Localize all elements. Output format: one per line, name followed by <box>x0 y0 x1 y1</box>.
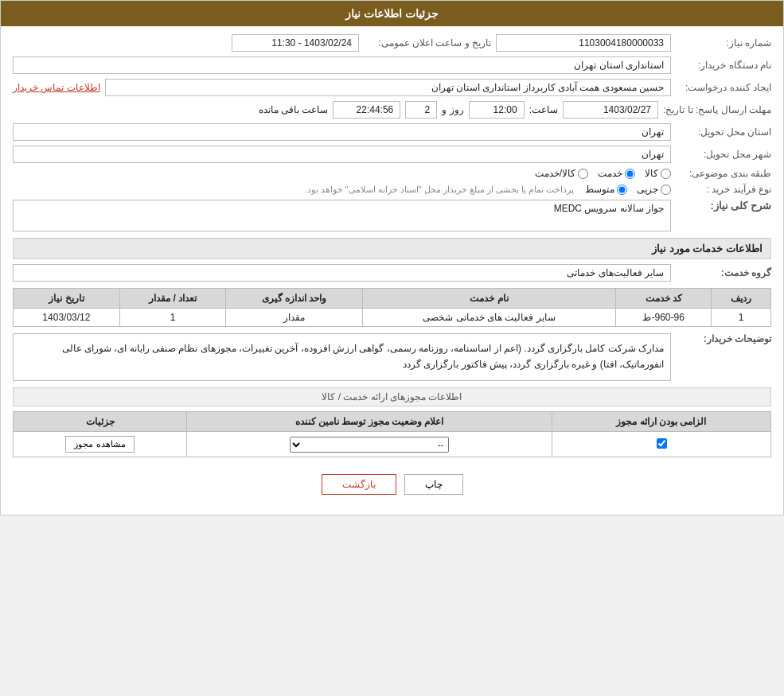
radio-partial: جزیی <box>637 184 671 195</box>
reply-remaining-label: ساعت باقی مانده <box>259 104 329 115</box>
page-wrapper: جزئیات اطلاعات نیاز شماره نیاز: 11030041… <box>0 0 784 515</box>
cell-unit: مقدار <box>226 309 362 327</box>
reply-time-value: 12:00 <box>469 101 525 119</box>
lic-col-details: جزئیات <box>14 412 187 432</box>
radio-medium: متوسط <box>585 184 627 195</box>
delivery-city-row: شهر محل تحویل: تهران <box>13 146 771 163</box>
view-license-button[interactable]: مشاهده مجوز <box>65 436 134 453</box>
radio-goods: کالا <box>645 168 671 179</box>
need-number-value: 1103004180000033 <box>496 34 671 52</box>
purchase-type-label: نوع فرآیند خرید : <box>676 184 771 195</box>
reply-days-value: 2 <box>405 101 437 119</box>
service-group-label: گروه خدمت: <box>676 267 771 278</box>
bottom-buttons: چاپ بازگشت <box>13 462 771 507</box>
cell-code: 960-96-ط <box>615 309 711 327</box>
buyer-org-label: نام دستگاه خریدار: <box>676 60 771 71</box>
radio-goods-label: کالا <box>645 168 658 179</box>
reply-days-label: روز و <box>442 104 463 115</box>
purchase-note: پرداخت تمام یا بخشی از مبلغ خریدار محل "… <box>304 185 574 195</box>
lic-details-cell: مشاهده مجوز <box>14 432 187 457</box>
licenses-section-title: اطلاعات مجوزهای ارائه خدمت / کالا <box>13 387 771 406</box>
page-header: جزئیات اطلاعات نیاز <box>1 1 783 26</box>
cell-row: 1 <box>712 309 771 327</box>
cell-date: 1403/03/12 <box>14 309 120 327</box>
list-item: -- مشاهده مجوز <box>14 432 771 457</box>
col-unit: واحد اندازه گیری <box>226 289 362 309</box>
creator-value: حسین مسعودی همت آبادی کاربرداز استانداری… <box>105 79 671 96</box>
subject-category-row: طبقه بندی موضوعی: کالا خدمت کالا/خدمت <box>13 168 771 179</box>
radio-medium-input[interactable] <box>617 185 627 195</box>
services-section-title: اطلاعات خدمات مورد نیاز <box>13 238 771 259</box>
buyer-org-row: نام دستگاه خریدار: استانداری استان تهران <box>13 56 771 74</box>
radio-goods-service-input[interactable] <box>578 169 588 179</box>
reply-time-label: ساعت: <box>529 104 558 115</box>
radio-partial-input[interactable] <box>661 185 671 195</box>
reply-deadline-row: مهلت ارسال پاسخ: تا تاریخ: 1403/02/27 سا… <box>13 101 771 119</box>
buyer-desc-value: مدارک شرکت کامل بارگزاری گردد. (اعم از ا… <box>13 333 671 381</box>
delivery-province-label: استان محل تحویل: <box>676 126 771 138</box>
radio-service-input[interactable] <box>625 169 635 179</box>
lic-status-select[interactable]: -- <box>290 437 449 453</box>
reply-remaining-value: 22:44:56 <box>333 101 400 119</box>
subject-radio-group: کالا خدمت کالا/خدمت <box>535 168 671 179</box>
license-required-checkbox[interactable] <box>657 438 667 449</box>
radio-service-label: خدمت <box>598 168 622 179</box>
col-row: ردیف <box>712 289 771 309</box>
lic-status-cell: -- <box>187 432 552 457</box>
print-button[interactable]: چاپ <box>404 474 463 495</box>
services-table: ردیف کد خدمت نام خدمت واحد اندازه گیری ت… <box>13 288 771 327</box>
col-code: کد خدمت <box>615 289 711 309</box>
announce-datetime-label: تاریخ و ساعت اعلان عمومی: <box>364 37 491 49</box>
need-description-row: شرح کلی نیاز: جواز سالانه سرویس MEDC <box>13 200 771 231</box>
contact-link[interactable]: اطلاعات تماس خریدار <box>13 82 100 93</box>
cell-name: سایر فعالیت های خدماتی شخصی <box>362 309 615 327</box>
col-date: تاریخ نیاز <box>14 289 120 309</box>
lic-col-status: اعلام وضعیت مجوز توسط نامین کننده <box>187 412 552 432</box>
radio-goods-input[interactable] <box>661 169 671 179</box>
license-table: الزامی بودن ارائه مجوز اعلام وضعیت مجوز … <box>13 411 771 457</box>
need-number-label: شماره نیاز: <box>676 37 771 49</box>
need-number-row: شماره نیاز: 1103004180000033 تاریخ و ساع… <box>13 34 771 52</box>
purchase-radio-group: جزیی متوسط <box>585 184 671 195</box>
delivery-province-row: استان محل تحویل: تهران <box>13 123 771 141</box>
radio-partial-label: جزیی <box>637 184 658 195</box>
buyer-desc-label: توضیحات خریدار: <box>676 333 771 344</box>
radio-goods-service: کالا/خدمت <box>535 168 588 179</box>
radio-goods-service-label: کالا/خدمت <box>535 168 575 179</box>
creator-label: ایجاد کننده درخواست: <box>676 82 771 93</box>
service-group-row: گروه خدمت: سایر فعالیت‌های خدماتی <box>13 264 771 282</box>
lic-col-required: الزامی بودن ارائه مجوز <box>552 412 771 432</box>
reply-date-value: 1403/02/27 <box>563 101 658 119</box>
reply-deadline-label: مهلت ارسال پاسخ: تا تاریخ: <box>663 104 771 115</box>
table-row: 1 960-96-ط سایر فعالیت های خدماتی شخصی م… <box>14 309 771 327</box>
need-description-label: شرح کلی نیاز: <box>676 200 771 212</box>
subject-category-label: طبقه بندی موضوعی: <box>676 168 771 179</box>
purchase-type-row: نوع فرآیند خرید : جزیی متوسط پرداخت تمام… <box>13 184 771 195</box>
col-count: تعداد / مقدار <box>119 289 226 309</box>
col-name: نام خدمت <box>362 289 615 309</box>
service-group-value: سایر فعالیت‌های خدماتی <box>13 264 671 282</box>
delivery-city-label: شهر محل تحویل: <box>676 149 771 160</box>
main-content: شماره نیاز: 1103004180000033 تاریخ و ساع… <box>1 26 783 515</box>
buyer-desc-row: توضیحات خریدار: مدارک شرکت کامل بارگزاری… <box>13 333 771 381</box>
lic-required-cell <box>552 432 771 457</box>
delivery-city-value: تهران <box>13 146 671 163</box>
radio-service: خدمت <box>598 168 635 179</box>
page-title: جزئیات اطلاعات نیاز <box>345 7 439 20</box>
creator-row: ایجاد کننده درخواست: حسین مسعودی همت آبا… <box>13 79 771 96</box>
cell-count: 1 <box>119 309 226 327</box>
delivery-province-value: تهران <box>13 123 671 141</box>
need-description-value: جواز سالانه سرویس MEDC <box>13 200 671 231</box>
back-button[interactable]: بازگشت <box>322 474 396 495</box>
buyer-org-value: استانداری استان تهران <box>13 56 671 74</box>
radio-medium-label: متوسط <box>585 184 614 195</box>
announce-datetime-value: 1403/02/24 - 11:30 <box>232 34 359 52</box>
